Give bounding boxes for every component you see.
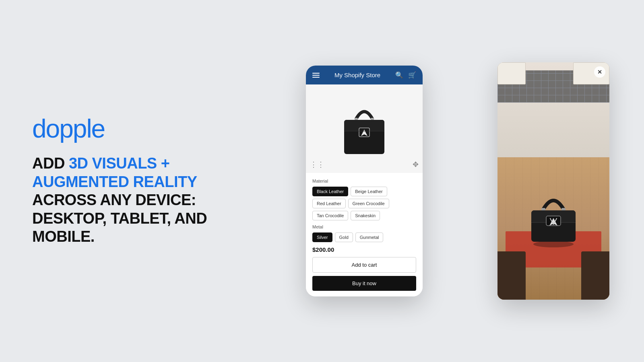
headline-part3: AUGMENTED REALITY: [32, 173, 197, 190]
headline: ADD 3D VISUALS + AUGMENTED REALITY ACROS…: [32, 154, 233, 246]
product-bag-image: [336, 97, 392, 161]
metal-options: Silver Gold Gunmetal: [312, 232, 416, 242]
grid-view-icon[interactable]: ⋮⋮: [310, 160, 324, 169]
ar-bag: [521, 183, 586, 251]
material-green-crocodile[interactable]: Green Crocodile: [348, 199, 389, 208]
logo: dopple: [32, 116, 233, 142]
headline-part1: ADD: [32, 155, 69, 172]
kitchen-upper: [497, 62, 609, 169]
add-to-cart-button[interactable]: Add to cart: [312, 257, 416, 273]
svg-rect-7: [541, 208, 545, 211]
phone-header: My Shopify Store 🔍 🛒: [306, 66, 423, 84]
metal-silver[interactable]: Silver: [312, 232, 332, 242]
left-section: dopple ADD 3D VISUALS + AUGMENTED REALIT…: [32, 116, 233, 246]
hamburger-icon[interactable]: [312, 73, 320, 78]
search-icon[interactable]: 🔍: [395, 71, 403, 79]
material-black-leather[interactable]: Black Leather: [312, 187, 348, 196]
ar-background: [497, 62, 609, 300]
right-section: ✕: [495, 62, 612, 300]
headline-part2: 3D VISUALS +: [69, 155, 170, 172]
svg-point-9: [533, 241, 574, 247]
headline-part6: MOBILE.: [32, 228, 95, 245]
metal-gold[interactable]: Gold: [335, 232, 353, 242]
headline-part4: ACROSS ANY DEVICE:: [32, 191, 196, 208]
price: $200.00: [312, 246, 416, 253]
store-name: My Shopify Store: [334, 72, 380, 78]
chair-right: [581, 251, 609, 300]
metal-gunmetal[interactable]: Gunmetal: [355, 232, 384, 242]
header-icons: 🔍 🛒: [395, 71, 416, 79]
close-button[interactable]: ✕: [594, 66, 605, 78]
material-options: Black Leather Beige Leather Red Leather …: [312, 187, 416, 220]
svg-rect-8: [561, 208, 566, 211]
chair-left: [497, 251, 526, 300]
buy-now-button[interactable]: Buy it now: [312, 276, 416, 291]
metal-label: Metal: [312, 224, 416, 229]
headline-part5: DESKTOP, TABLET, AND: [32, 210, 207, 227]
material-tan-crocodile[interactable]: Tan Crocodile: [312, 211, 348, 220]
material-beige-leather[interactable]: Beige Leather: [351, 187, 387, 196]
phone-mockup: My Shopify Store 🔍 🛒: [306, 66, 423, 296]
material-label: Material: [312, 179, 416, 183]
cart-icon[interactable]: 🛒: [408, 71, 416, 79]
center-section: My Shopify Store 🔍 🛒: [300, 66, 429, 296]
product-image-area: ⋮⋮ ✥: [306, 84, 423, 173]
image-controls: ⋮⋮ ✥: [310, 160, 419, 169]
material-red-leather[interactable]: Red Leather: [312, 199, 346, 208]
expand-icon[interactable]: ✥: [413, 160, 419, 169]
ar-bag-svg: [521, 183, 586, 251]
product-details: Material Black Leather Beige Leather Red…: [306, 173, 423, 296]
material-snakeskin[interactable]: Snakeskin: [351, 211, 380, 220]
ar-card: ✕: [497, 62, 609, 300]
cabinet-left: [497, 62, 526, 84]
